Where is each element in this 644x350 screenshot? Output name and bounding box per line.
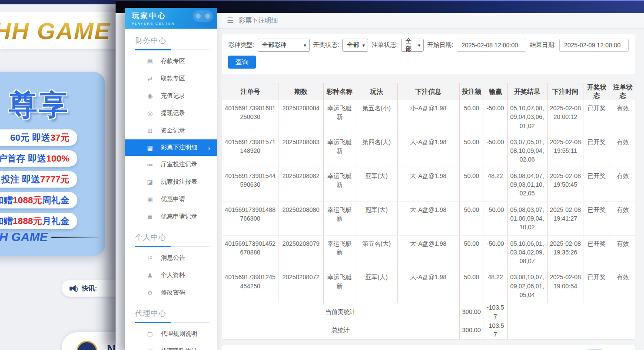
cell: 已开奖: [584, 235, 610, 269]
lottery-type-select[interactable]: 全部彩种 ▾: [258, 39, 310, 52]
cell: 有效: [610, 201, 635, 235]
sidebar-item-lottery-bet-detail[interactable]: ▦彩票下注明细›: [125, 139, 217, 156]
column-header: 玩法: [356, 83, 397, 100]
sidebar-item-withdraw-record[interactable]: ◎提现记录: [125, 105, 217, 122]
promo-pill[interactable]: 投注 即送7777元: [0, 171, 77, 188]
table-row: 40156917390157114892020250208083幸运飞艇新第四名…: [222, 134, 635, 168]
column-header: 开奖结果: [507, 83, 547, 100]
sidebar-section: 财务中心▤存款专区⇄取款专区◉充值记录◎提现记录⊞资金记录▦彩票下注明细›≔厅室…: [125, 29, 217, 225]
cell: 大-A盘@1.98: [397, 235, 459, 269]
draw-status-value: 全部: [347, 41, 359, 49]
order-status-value: 全部: [405, 37, 415, 53]
cell: 05,08,03,07,01,06,09,04,10,02: [507, 201, 547, 235]
search-button[interactable]: 查询: [228, 56, 256, 69]
sidebar-section-title: 个人中心: [125, 225, 217, 246]
sidebar: 玩家中心 PLAYERS CENTER 财务中心▤存款专区⇄取款专区◉充值记录◎…: [125, 8, 217, 350]
promo-title: 尊享: [9, 86, 70, 125]
ticker-label: 快讯:: [82, 284, 97, 293]
partner-letter: N: [107, 343, 116, 350]
cell: 20250208082: [279, 168, 323, 201]
cell: 幸运飞艇新: [323, 134, 356, 168]
promo-pill[interactable]: 户首存 即送100%: [0, 150, 77, 167]
table-row: 40156917390145267888020250208079幸运飞艇新第五名…: [222, 235, 635, 269]
recharge-record-icon: ◉: [146, 92, 153, 99]
agent-team-chart-icon: ▥: [146, 348, 153, 350]
cell: 小-A盘@1.98: [397, 100, 459, 134]
sidebar-item-label: 玩家投注报表: [161, 178, 197, 186]
cell: 03,07,05,01,08,10,09,04,02,06: [507, 134, 547, 168]
profile-person-icon: ♟: [146, 272, 153, 279]
chevron-right-icon: ›: [208, 144, 210, 152]
sidebar-item-hall-bet-record[interactable]: ≔厅室投注记录: [125, 156, 217, 173]
player-bet-report-icon: ◪: [146, 178, 153, 185]
sidebar-item-funds-record[interactable]: ⊞资金记录: [125, 122, 217, 139]
order-status-label: 注单状态:: [372, 41, 398, 49]
order-status-select[interactable]: 全部 ▾: [401, 39, 424, 52]
promo-pill-text: 投注 即送: [1, 173, 40, 185]
sidebar-item-label: 修改密码: [161, 289, 185, 297]
summary-row: 总统计300.00-103.57: [222, 321, 635, 339]
sidebar-item-label: 厅室投注记录: [161, 161, 197, 168]
cell: 已开奖: [584, 168, 610, 201]
sidebar-item-player-bet-report[interactable]: ◪玩家投注报表: [125, 173, 217, 191]
table-row: 40156917390148876630020250208080幸运飞艇新冠军(…: [222, 201, 635, 235]
chevron-down-icon: ▾: [304, 43, 306, 48]
lottery-type-value: 全部彩种: [262, 41, 286, 49]
cell: 已开奖: [584, 269, 610, 303]
start-date-input[interactable]: [457, 39, 526, 52]
cell: 50.00: [459, 134, 484, 168]
cell: 大-A盘@1.98: [397, 134, 459, 168]
end-date-input[interactable]: [559, 39, 629, 52]
promo-pill[interactable]: 天加赠1088元周礼金: [0, 192, 77, 208]
cell: 401569173901571148920: [222, 134, 279, 168]
sidebar-item-deposit[interactable]: ▤存款专区: [125, 53, 217, 70]
promo-apply-icon: ▣: [146, 196, 153, 203]
cell: 冠军(大): [356, 201, 397, 235]
start-date-label: 开始日期:: [427, 41, 453, 49]
sidebar-section-title: 财务中心: [125, 29, 217, 49]
sidebar-subtitle: PLAYERS CENTER: [132, 22, 217, 26]
table-header-row: 注单号期数彩种名称玩法下注信息投注额输赢开奖结果下注时间开奖状态注单状态: [222, 83, 635, 100]
column-header: 注单状态: [610, 83, 635, 100]
sidebar-item-announcements[interactable]: ⚐消息公告: [125, 249, 217, 267]
hamburger-icon[interactable]: ☰: [227, 16, 233, 25]
summary-winloss: -103.57: [484, 303, 507, 321]
sidebar-item-change-password[interactable]: ⚙修改密码: [125, 284, 217, 301]
sidebar-item-agent-team-stats[interactable]: ▥代理团队统计: [125, 343, 217, 350]
sidebar-item-withdraw[interactable]: ⇄取款专区: [125, 70, 217, 87]
bets-table: 注单号期数彩种名称玩法下注信息投注额输赢开奖结果下注时间开奖状态注单状态 401…: [222, 83, 635, 339]
draw-status-select[interactable]: 全部 ▾: [342, 39, 368, 52]
sidebar-item-agent-rules[interactable]: ▢代理规则说明: [125, 325, 217, 343]
main-area: ☰ 彩票下注明细 彩种类型: 全部彩种 ▾ 开奖状态: 全部 ▾: [217, 0, 644, 350]
promo-pill[interactable]: 天加赠1888元月礼金: [0, 213, 77, 229]
column-header: 下注时间: [547, 83, 584, 100]
cell: 大-A盘@1.98: [397, 168, 459, 201]
sidebar-item-label: 取款专区: [161, 75, 185, 83]
promo-pill[interactable]: 60元 即送37元: [0, 129, 77, 146]
cell: 大-A盘@1.98: [397, 201, 459, 235]
cell: 48.22: [484, 269, 507, 303]
cell: 第五名(大): [356, 235, 397, 269]
promo-pill-highlight: 37元: [50, 132, 70, 144]
cell: 03,08,10,07,09,02,06,01,05,04: [507, 269, 547, 303]
cell: 06,08,04,07,09,03,01,10,02,05: [507, 168, 547, 201]
sidebar-item-profile[interactable]: ♟个人资料: [125, 267, 217, 284]
promo-pill-text: 月礼金: [42, 215, 70, 227]
sidebar-item-recharge-record[interactable]: ◉充值记录: [125, 87, 217, 105]
speaker-icon: ): [70, 285, 78, 292]
screen: HH GAME 尊享 60元 即送37元户首存 即送100%投注 即送7777元…: [0, 0, 644, 350]
cell: 2025-02-08 19:50:45: [547, 168, 584, 201]
summary-empty: [507, 321, 635, 339]
cell: 48.22: [484, 168, 507, 201]
cell: 亚军(大): [356, 269, 397, 303]
column-header: 投注额: [459, 83, 484, 100]
summary-winloss: -103.57: [484, 321, 507, 339]
table-row: 40156917390154459063020250208082幸运飞艇新亚军(…: [222, 168, 635, 201]
site-logo[interactable]: HH GAME: [0, 17, 111, 44]
sidebar-item-promo-apply-record[interactable]: ≣优惠申请记录: [125, 208, 217, 225]
summary-row: 当前页统计300.00-103.57: [222, 303, 635, 321]
pagination-bar: 每页显示20条 共6条 首页 上一页 [1] 下一页 第 页 跳转: [222, 345, 635, 350]
cell: -50.00: [484, 100, 507, 134]
cell: 50.00: [459, 168, 484, 201]
sidebar-item-promo-apply[interactable]: ▣优惠申请: [125, 191, 217, 208]
